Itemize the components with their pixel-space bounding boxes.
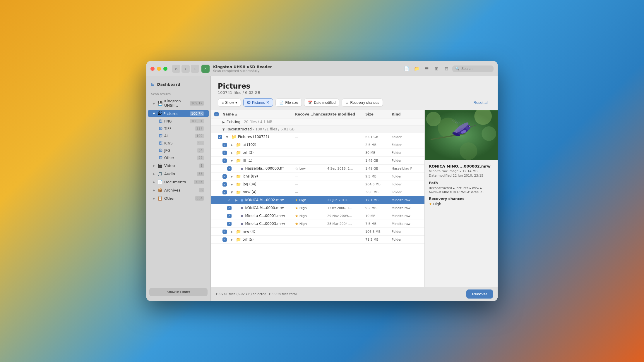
- row-checkbox[interactable]: [227, 206, 232, 210]
- table-row-selected[interactable]: ▶ ▪ KONICA M...0002.mrw ★ High 22 Jun 20…: [211, 196, 424, 204]
- group-existing[interactable]: ▶ Existing - 20 files / 4,1 MB: [211, 118, 424, 126]
- size-value: 12,1 MB: [365, 198, 392, 202]
- jpg-label: JPG: [164, 149, 197, 153]
- sidebar-item-tiff[interactable]: 🖼 TIFF 227: [148, 125, 209, 132]
- table-row[interactable]: ▶ 📁 ai (102) — 2,5 MB Folder: [211, 141, 424, 149]
- star-filled-icon: ★: [295, 214, 299, 218]
- expand-row-icon: ▼: [226, 135, 229, 139]
- file-list[interactable]: Name ▲ Recove...hances Date modified Siz…: [211, 110, 424, 287]
- group-reconstructed[interactable]: ▼ Reconstructed - 100721 files / 6,01 GB: [211, 126, 424, 133]
- file-size-filter-button[interactable]: 📄 File size: [275, 99, 302, 107]
- sidebar-item-other[interactable]: ▶ 📋 Other 834: [148, 194, 209, 202]
- show-in-finder-button[interactable]: Show in Finder: [149, 288, 208, 296]
- size-value: 30 MB: [365, 151, 392, 155]
- search-box[interactable]: 🔍: [452, 65, 494, 72]
- pictures-filter-button[interactable]: 🖼 Pictures ✕: [243, 98, 273, 107]
- table-row[interactable]: ▼ 📁 Pictures (100721) — 6,01 GB Folder: [211, 133, 424, 141]
- sidebar-item-video[interactable]: ▶ 🎬 Video 1: [148, 162, 209, 169]
- date-modified-filter-button[interactable]: 📅 Date modified: [304, 99, 339, 107]
- row-checkbox[interactable]: [227, 222, 232, 226]
- show-filter-button[interactable]: ≡ Show ▾: [218, 99, 241, 107]
- col-size-header: Size: [365, 112, 392, 116]
- detail-panel: KONICA MINO....000002.mrw Minolta raw im…: [424, 110, 498, 287]
- page-subtitle: 100741 files / 6,02 GB: [218, 90, 491, 95]
- icns-label: ICNS: [164, 141, 197, 145]
- date-value: 1 Oct 2006, 1...: [327, 206, 365, 210]
- sidebar-item-ai[interactable]: 🖼 AI 102: [148, 132, 209, 139]
- row-checkbox[interactable]: [227, 198, 232, 202]
- table-row[interactable]: ▶ 📁 nrw (4) — 106,8 MB Folder: [211, 228, 424, 236]
- table-row[interactable]: ▶ 📁 erf (3) — 30 MB Folder: [211, 149, 424, 157]
- forward-button[interactable]: ›: [191, 65, 199, 73]
- sidebar-item-audio[interactable]: ▶ 🎵 Audio 58: [148, 170, 209, 177]
- row-checkbox[interactable]: [222, 182, 227, 187]
- close-button[interactable]: [150, 67, 155, 71]
- star-icon: ☆: [345, 101, 349, 105]
- minimize-button[interactable]: [157, 67, 161, 71]
- table-row[interactable]: ▶ ▪ Hasselbla...000000.fff ☆ Low 4 Sep 2…: [211, 165, 424, 173]
- sidebar-item-archives[interactable]: ▶ 📦 Archives 6: [148, 186, 209, 194]
- sidebar-footer: Show in Finder: [146, 285, 210, 297]
- row-checkbox[interactable]: [222, 151, 227, 155]
- sidebar-item-documents[interactable]: ▶ 📄 Documents 7,5K: [148, 178, 209, 186]
- scan-status-button[interactable]: ✓: [201, 65, 210, 73]
- search-input[interactable]: [461, 67, 491, 71]
- folder-view-button[interactable]: 📁: [412, 65, 421, 73]
- folder-icon: 📁: [236, 229, 241, 234]
- sidebar-item-icns[interactable]: 🖼 ICNS 93: [148, 140, 209, 146]
- table-row[interactable]: ▶ ▪ Minolta C...00003.mrw ★ High 28 Mar …: [211, 220, 424, 228]
- table-row[interactable]: ▶ ▪ KONICA M...0000.mrw ★ High 1 Oct 200…: [211, 204, 424, 212]
- row-checkbox[interactable]: [222, 190, 227, 194]
- sidebar-item-dashboard[interactable]: ⊞ Dashboard: [146, 80, 210, 89]
- content-area: Pictures 100741 files / 6,02 GB ≡ Show ▾…: [211, 76, 498, 301]
- pictures-filter-close-icon[interactable]: ✕: [266, 100, 269, 105]
- sidebar-item-pictures[interactable]: ▼ 🖼 Pictures 100,7K: [148, 110, 209, 117]
- panel-toggle-button[interactable]: ⊟: [442, 65, 451, 73]
- kind-value: Folder: [392, 190, 421, 194]
- sidebar-item-png[interactable]: 🖼 PNG 100,3K: [148, 118, 209, 125]
- table-row[interactable]: ▼ 📁 mrw (4) — 38,8 MB Folder: [211, 188, 424, 196]
- row-checkbox[interactable]: [222, 174, 227, 179]
- sidebar-item-device[interactable]: ▶ 💾 Kingston UHSII... 109,1K: [148, 97, 209, 109]
- file-icon: ▪: [241, 198, 244, 202]
- row-checkbox[interactable]: [227, 166, 232, 171]
- table-row[interactable]: ▶ ▪ Minolta C...00001.mrw ★ High 29 Nov …: [211, 212, 424, 220]
- svg-point-10: [469, 126, 470, 127]
- row-checkbox[interactable]: [222, 158, 227, 163]
- row-checkbox[interactable]: [227, 214, 232, 218]
- size-value: 106,8 MB: [365, 230, 392, 234]
- home-button[interactable]: ⌂: [172, 65, 180, 73]
- row-checkbox[interactable]: [222, 230, 227, 234]
- sidebar-item-other-pics[interactable]: 🖼 Other 27: [148, 154, 209, 161]
- fullscreen-button[interactable]: [163, 67, 167, 71]
- ai-label: AI: [164, 134, 195, 138]
- row-checkbox[interactable]: [218, 135, 222, 139]
- select-all-checkbox[interactable]: [214, 112, 219, 116]
- kind-value: Minolta raw: [392, 198, 421, 202]
- table-row[interactable]: ▶ 📁 jpg (34) — 204,6 MB Folder: [211, 180, 424, 188]
- show-filter-icon: ≡: [222, 101, 224, 105]
- status-text: 100741 files (6,02 GB) selected, 109098 …: [215, 292, 466, 296]
- table-row[interactable]: ▶ 📁 icns (89) — 9,5 MB Folder: [211, 173, 424, 180]
- row-checkbox[interactable]: [222, 143, 227, 147]
- recovery-chances-filter-button[interactable]: ☆ Recovery chances: [342, 99, 383, 107]
- toolbar-right: 📄 📁 ☰ ⊞ ⊟ 🔍: [402, 65, 494, 73]
- reset-all-button[interactable]: Reset all: [471, 99, 491, 106]
- table-row[interactable]: ▼ 📁 fff (1) — 1,49 GB Folder: [211, 157, 424, 165]
- file-name: Minolta C...00001.mrw: [245, 214, 295, 218]
- size-value: 7,5 MB: [365, 222, 392, 226]
- expand-row-icon: ▼: [231, 191, 234, 194]
- list-view-button[interactable]: ☰: [422, 65, 431, 73]
- file-name: mrw (4): [243, 190, 295, 194]
- file-name: nrw (4): [243, 230, 295, 234]
- table-row[interactable]: ▶ 📁 orf (5) — 71,3 MB Folder: [211, 236, 424, 244]
- row-checkbox[interactable]: [222, 237, 227, 242]
- col-name-header[interactable]: Name ▲: [222, 112, 295, 116]
- recover-button[interactable]: Recover: [466, 289, 493, 299]
- kind-value: Minolta raw: [392, 222, 421, 226]
- grid-view-button[interactable]: ⊞: [432, 65, 441, 73]
- sidebar-item-jpg[interactable]: 🖼 JPG 34: [148, 147, 209, 154]
- expand-existing-icon: ▶: [222, 120, 225, 124]
- file-view-button[interactable]: 📄: [402, 65, 411, 73]
- back-button[interactable]: ‹: [181, 65, 190, 73]
